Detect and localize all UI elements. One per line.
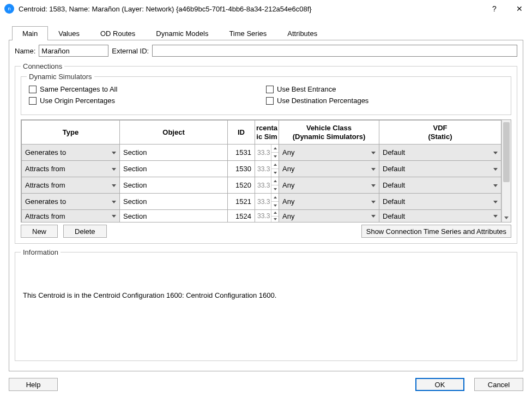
check-use-origin-percentages[interactable]: Use Origin Percentages (29, 97, 266, 105)
percentage-spinner[interactable]: 33.3 (255, 194, 279, 209)
percentage-spinner[interactable]: 33.3 (255, 145, 279, 160)
percentage-spinner[interactable]: 33.3 (255, 161, 279, 177)
col-percentage[interactable]: rcentaic Sim (255, 121, 279, 145)
spin-down-icon[interactable] (271, 201, 279, 209)
percentage-spinner[interactable]: 33.3 (255, 177, 279, 193)
object-cell[interactable]: Section (120, 177, 227, 193)
chevron-down-icon (371, 184, 376, 187)
tab-od-routes[interactable]: OD Routes (90, 26, 146, 40)
tab-time-series[interactable]: Time Series (219, 26, 277, 40)
delete-button[interactable]: Delete (63, 225, 107, 238)
check-use-destination-percentages[interactable]: Use Destination Percentages (266, 97, 503, 105)
name-input[interactable] (39, 45, 108, 57)
app-icon: n (4, 4, 14, 14)
type-dropdown[interactable]: Attracts from (22, 177, 119, 193)
checkbox-icon (266, 86, 274, 93)
id-cell: 1521 (228, 194, 255, 209)
vdf-dropdown[interactable]: Default (379, 194, 501, 209)
object-cell[interactable]: Section (120, 145, 227, 160)
vehicle-class-dropdown[interactable]: Any (279, 210, 379, 222)
vdf-dropdown[interactable]: Default (379, 177, 501, 193)
chevron-down-icon (112, 184, 116, 187)
spin-down-icon[interactable] (271, 169, 279, 177)
check-use-best-entrance[interactable]: Use Best Entrance (266, 85, 503, 93)
chevron-down-icon (371, 152, 376, 154)
vdf-dropdown[interactable]: Default (379, 210, 501, 222)
show-time-series-button[interactable]: Show Connection Time Series and Attribut… (361, 225, 511, 238)
spin-up-icon[interactable] (271, 161, 279, 169)
object-cell[interactable]: Section (120, 161, 227, 177)
chevron-down-icon (112, 201, 116, 203)
close-icon[interactable]: ✕ (507, 0, 532, 17)
vehicle-class-dropdown[interactable]: Any (279, 145, 379, 160)
id-cell: 1531 (228, 145, 255, 160)
name-label: Name: (15, 47, 35, 55)
external-id-label: External ID: (112, 47, 149, 55)
checkbox-icon (266, 97, 274, 105)
chevron-down-icon (112, 168, 116, 171)
object-cell[interactable]: Section (120, 194, 227, 209)
help-icon[interactable]: ? (482, 0, 507, 17)
vdf-dropdown[interactable]: Default (379, 145, 501, 160)
vehicle-class-dropdown[interactable]: Any (279, 194, 379, 209)
spin-down-icon[interactable] (271, 152, 279, 160)
vdf-dropdown[interactable]: Default (379, 161, 501, 177)
dynamic-simulators-legend: Dynamic Simulators (27, 73, 94, 81)
id-cell: 1524 (228, 210, 255, 222)
new-button[interactable]: New (21, 225, 58, 238)
table-scrollbar[interactable] (501, 120, 511, 222)
object-cell[interactable]: Section (120, 210, 227, 222)
chevron-down-icon (371, 168, 376, 171)
id-cell: 1520 (228, 177, 255, 193)
scroll-down-icon[interactable] (502, 213, 511, 222)
type-dropdown[interactable]: Generates to (22, 145, 119, 160)
chevron-down-icon (493, 184, 498, 187)
spin-up-icon[interactable] (271, 194, 279, 201)
col-vdf[interactable]: VDF(Static) (379, 121, 501, 145)
scroll-thumb[interactable] (503, 122, 510, 182)
tab-panel-main: Name: External ID: Connections Dynamic S… (9, 40, 523, 371)
tab-bar: Main Values OD Routes Dynamic Models Tim… (9, 26, 523, 40)
spin-up-icon[interactable] (271, 177, 279, 185)
check-same-percentages[interactable]: Same Percentages to All (29, 85, 266, 93)
chevron-down-icon (112, 152, 116, 154)
checkbox-icon (29, 86, 37, 93)
svg-text:n: n (8, 6, 10, 11)
chevron-down-icon (493, 215, 498, 218)
chevron-down-icon (493, 168, 498, 171)
col-type[interactable]: Type (22, 121, 120, 145)
window-title: Centroid: 1583, Name: Marañon (Layer: Ne… (19, 5, 482, 13)
vehicle-class-dropdown[interactable]: Any (279, 177, 379, 193)
percentage-spinner[interactable]: 33.3 (255, 210, 279, 222)
information-group: Information This Centroid is in the Cent… (15, 248, 517, 361)
type-dropdown[interactable]: Generates to (22, 194, 119, 209)
type-dropdown[interactable]: Attracts from (22, 161, 119, 177)
chevron-down-icon (371, 201, 376, 203)
checkbox-icon (29, 97, 37, 105)
tab-values[interactable]: Values (48, 26, 90, 40)
information-text: This Centroid is in the Centroid Configu… (21, 258, 511, 302)
spin-up-icon[interactable] (271, 145, 279, 152)
vehicle-class-dropdown[interactable]: Any (279, 161, 379, 177)
type-dropdown[interactable]: Attracts from (22, 210, 119, 222)
help-button[interactable]: Help (9, 378, 58, 391)
dynamic-simulators-group: Dynamic Simulators Same Percentages to A… (21, 73, 511, 115)
information-legend: Information (21, 248, 61, 256)
col-id[interactable]: ID (228, 121, 255, 145)
title-bar: n Centroid: 1583, Name: Marañon (Layer: … (0, 0, 532, 17)
tab-dynamic-models[interactable]: Dynamic Models (146, 26, 219, 40)
id-cell: 1530 (228, 161, 255, 177)
col-vehicle-class[interactable]: Vehicle Class(Dynamic Simulators) (279, 121, 379, 145)
spin-down-icon[interactable] (271, 185, 279, 193)
spin-up-icon[interactable] (271, 210, 279, 216)
spin-down-icon[interactable] (271, 216, 279, 222)
connections-legend: Connections (21, 62, 64, 70)
chevron-down-icon (493, 201, 498, 203)
ok-button[interactable]: OK (415, 378, 464, 391)
tab-attributes[interactable]: Attributes (277, 26, 328, 40)
connections-table: Type Object ID rcentaic Sim Vehicle Clas… (21, 119, 511, 222)
tab-main[interactable]: Main (12, 26, 48, 40)
external-id-input[interactable] (152, 45, 517, 57)
col-object[interactable]: Object (120, 121, 228, 145)
cancel-button[interactable]: Cancel (474, 378, 523, 391)
